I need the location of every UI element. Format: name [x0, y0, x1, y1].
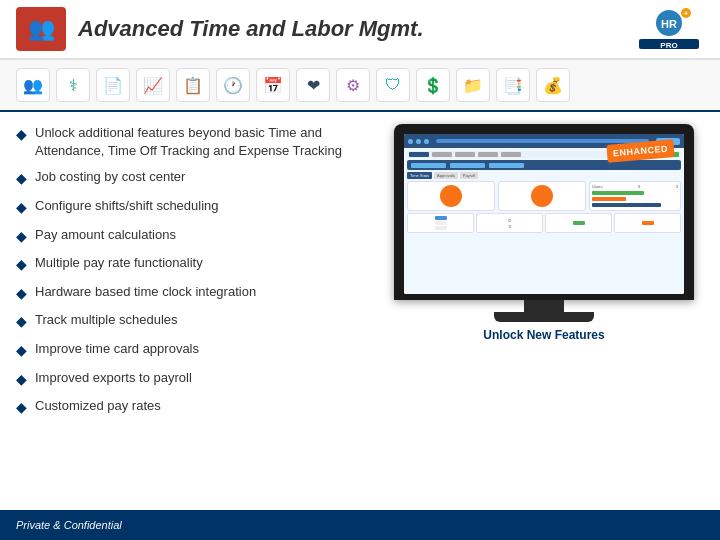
bullet-icon: ◆ [16, 398, 27, 418]
list-item: ◆ Unlock additional features beyond basi… [16, 124, 368, 160]
stat-box-4 [614, 213, 681, 233]
list-item-text: Customized pay rates [35, 397, 161, 415]
screen-dot [416, 139, 421, 144]
list-item: ◆ Improved exports to payroll [16, 369, 368, 390]
left-panel: ◆ Unlock additional features beyond basi… [16, 124, 384, 502]
list-item-text: Improve time card approvals [35, 340, 199, 358]
list-item: ◆ Customized pay rates [16, 397, 368, 418]
svg-text:+: + [684, 10, 688, 17]
calendar-icon[interactable]: 📅 [256, 68, 290, 102]
bullet-icon: ◆ [16, 341, 27, 361]
health-icon[interactable]: ⚕ [56, 68, 90, 102]
list-item-text: Unlock additional features beyond basic … [35, 124, 368, 160]
logo-box: 👥 [16, 7, 66, 51]
screen-stats: 0 3 [407, 213, 681, 233]
list-item-text: Job costing by cost center [35, 168, 185, 186]
screen-dot [408, 139, 413, 144]
list-item-text: Track multiple schedules [35, 311, 178, 329]
bullet-icon: ◆ [16, 284, 27, 304]
list-item-text: Multiple pay rate functionality [35, 254, 203, 272]
list-item: ◆ Hardware based time clock integration [16, 283, 368, 304]
screen-content: Time Stats Approvals Payroll [404, 148, 684, 294]
screen-dot [424, 139, 429, 144]
svg-text:PRO: PRO [660, 41, 677, 50]
screen-card-1 [407, 181, 495, 211]
list-icon[interactable]: 📑 [496, 68, 530, 102]
brand-logo: HR PRO + [634, 7, 704, 51]
people-icon[interactable]: 👥 [16, 68, 50, 102]
document-icon[interactable]: 📄 [96, 68, 130, 102]
brand-area: HR PRO + [634, 7, 704, 51]
file-icon[interactable]: 📁 [456, 68, 490, 102]
bullet-icon: ◆ [16, 312, 27, 332]
monitor-base [494, 312, 594, 322]
list-item-text: Improved exports to payroll [35, 369, 192, 387]
logo-icon: 👥 [28, 16, 55, 42]
dollar-icon[interactable]: 💲 [416, 68, 450, 102]
list-item-text: Configure shifts/shift scheduling [35, 197, 219, 215]
page-title: Advanced Time and Labor Mgmt. [78, 16, 634, 42]
list-item: ◆ Track multiple schedules [16, 311, 368, 332]
stat-box-3 [545, 213, 612, 233]
bullet-icon: ◆ [16, 227, 27, 247]
clock-icon[interactable]: 🕐 [216, 68, 250, 102]
list-item-text: Pay amount calculations [35, 226, 176, 244]
screen-card-2 [498, 181, 586, 211]
list-item: ◆ Improve time card approvals [16, 340, 368, 361]
circle-graphic-2 [531, 185, 553, 207]
bullet-icon: ◆ [16, 125, 27, 145]
bullet-icon: ◆ [16, 169, 27, 189]
list-item: ◆ Job costing by cost center [16, 168, 368, 189]
settings-icon[interactable]: ⚙ [336, 68, 370, 102]
list-item-text: Hardware based time clock integration [35, 283, 256, 301]
bullet-icon: ◆ [16, 255, 27, 275]
svg-text:HR: HR [661, 18, 677, 30]
money-icon[interactable]: 💰 [536, 68, 570, 102]
circle-graphic [440, 185, 462, 207]
list-item: ◆ Configure shifts/shift scheduling [16, 197, 368, 218]
right-panel: ENHANCED [384, 124, 704, 502]
monitor-neck [524, 300, 564, 312]
bullet-icon: ◆ [16, 198, 27, 218]
stat-box-1 [407, 213, 474, 233]
clipboard-icon[interactable]: 📋 [176, 68, 210, 102]
main-content: ◆ Unlock additional features beyond basi… [0, 112, 720, 510]
list-item: ◆ Multiple pay rate functionality [16, 254, 368, 275]
footer: Private & Confidential [0, 510, 720, 540]
screen-data-row: Users03 [407, 181, 681, 211]
icon-bar: 👥 ⚕ 📄 📈 📋 🕐 📅 ❤ ⚙ 🛡 💲 📁 📑 💰 [0, 60, 720, 112]
stat-box-2: 0 3 [476, 213, 543, 233]
bullet-icon: ◆ [16, 370, 27, 390]
heart-icon[interactable]: ❤ [296, 68, 330, 102]
feature-list: ◆ Unlock additional features beyond basi… [16, 124, 368, 418]
list-item: ◆ Pay amount calculations [16, 226, 368, 247]
shield-icon[interactable]: 🛡 [376, 68, 410, 102]
unlock-label: Unlock New Features [483, 328, 604, 342]
footer-text: Private & Confidential [16, 519, 122, 531]
chart-icon[interactable]: 📈 [136, 68, 170, 102]
header: 👥 Advanced Time and Labor Mgmt. HR PRO + [0, 0, 720, 60]
monitor: ENHANCED [394, 124, 694, 322]
